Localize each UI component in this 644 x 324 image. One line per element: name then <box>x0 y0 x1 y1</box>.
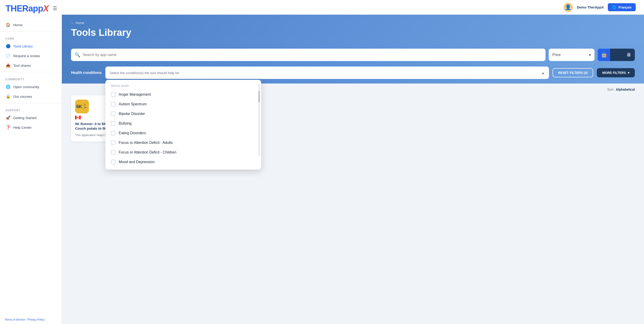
nav-divider-3 <box>0 103 62 103</box>
conditions-dropdown-panel: Mental health Anger Management Autism Sp… <box>106 80 261 170</box>
condition-autism-spectrum[interactable]: Autism Spectrum <box>106 99 261 109</box>
nav-getting-started[interactable]: 🚀 Getting Started <box>0 113 62 122</box>
price-chevron-icon: ▾ <box>589 53 591 57</box>
section-label-support: SUPPORT <box>0 105 62 113</box>
nav-home[interactable]: 🏠 Home <box>0 20 62 30</box>
condition-checkbox-bullying[interactable] <box>111 121 116 126</box>
health-conditions-label: Health conditions <box>71 71 102 75</box>
condition-bipolar-disorder[interactable]: Bipolar Disorder <box>106 109 261 119</box>
sidebar-nav: 🏠 Home CORE 🔵 Tools Library 📄 Request a … <box>0 16 62 315</box>
scrollbar-thumb <box>258 91 260 102</box>
more-filters-chevron-icon: ▾ <box>628 71 629 75</box>
logo-x: X <box>43 4 48 13</box>
getting-started-icon: 🚀 <box>6 115 10 120</box>
sidebar: THERappX ☰ 🏠 Home CORE 🔵 Tools Library 📄… <box>0 0 62 324</box>
condition-focus-adults[interactable]: Focus or Attention Deficit - Adults <box>106 138 261 147</box>
sort-value[interactable]: Alphabetical <box>616 88 635 91</box>
nav-tools-library-label: Tools Library <box>13 44 33 48</box>
section-label-core: CORE <box>0 34 62 41</box>
condition-checkbox-focus-adults[interactable] <box>111 140 116 145</box>
condition-checkbox-mood[interactable] <box>111 160 116 164</box>
condition-label-focus-adults: Focus or Attention Deficit - Adults <box>119 141 173 145</box>
nav-request-review-label: Request a review <box>13 54 40 58</box>
language-button[interactable]: 🌐 Français <box>608 3 636 11</box>
breadcrumb-arrow: ← <box>71 21 74 25</box>
page-title: Tools Library <box>71 27 635 38</box>
avatar: 👤 <box>564 3 573 12</box>
nav-home-label: Home <box>13 23 22 27</box>
nav-help-center[interactable]: ❓ Help Center <box>0 122 62 132</box>
search-row: 🔍 Price ▾ 🤖 🖥 <box>71 49 635 61</box>
svg-rect-2 <box>79 116 81 119</box>
dropdown-section-label: Mental health <box>106 84 261 90</box>
breadcrumb[interactable]: ← Home <box>71 21 635 25</box>
nav-open-community-label: Open community <box>13 85 39 89</box>
condition-label-anger: Anger Management <box>119 92 151 97</box>
price-dropdown[interactable]: Price ▾ <box>549 49 594 61</box>
privacy-link[interactable]: Privacy Policy <box>28 318 45 321</box>
condition-label-bipolar: Bipolar Disorder <box>119 112 145 116</box>
condition-mood-depression[interactable]: Mood and Depression <box>106 157 261 167</box>
sidebar-footer: Terms of Service - Privacy Policy <box>0 315 62 324</box>
nav-getting-started-label: Getting Started <box>13 116 36 120</box>
condition-label-eating: Eating Disorders <box>119 131 146 135</box>
main-content: 👤 Demo TherAppX 🌐 Français ← Home Tools … <box>62 0 644 324</box>
breadcrumb-label: Home <box>76 21 84 25</box>
condition-label-autism: Autism Spectrum <box>119 102 146 106</box>
search-icon: 🔍 <box>75 52 80 58</box>
sidebar-logo-area: THERappX ☰ <box>0 0 62 16</box>
condition-focus-children[interactable]: Focus or Attention Deficit - Children <box>106 147 261 157</box>
conditions-row: Health conditions Select the condition(s… <box>62 67 644 84</box>
topbar: 👤 Demo TherAppX 🌐 Français <box>62 0 644 15</box>
condition-checkbox-eating[interactable] <box>111 131 116 135</box>
web-platform-btn[interactable]: 🖥 <box>622 49 635 61</box>
user-name: Demo TherAppX <box>577 5 604 9</box>
hero-section: ← Home Tools Library <box>62 15 644 45</box>
more-filters-label: MORE FILTERS <box>602 71 626 75</box>
price-label: Price <box>552 53 560 57</box>
platform-buttons: 🤖 🖥 <box>598 49 635 61</box>
condition-anger-management[interactable]: Anger Management <box>106 90 261 99</box>
logo-ther: THER <box>6 4 28 13</box>
our-courses-icon: 🔒 <box>6 94 10 99</box>
condition-label-focus-children: Focus or Attention Deficit - Children <box>119 150 176 154</box>
condition-eating-disorders[interactable]: Eating Disorders <box>106 128 261 138</box>
condition-label-mood: Mood and Depression <box>119 160 155 164</box>
nav-request-review[interactable]: 📄 Request a review <box>0 51 62 61</box>
condition-label-bullying: Bullying <box>119 121 132 125</box>
hamburger-icon[interactable]: ☰ <box>53 6 57 12</box>
tools-library-icon: 🔵 <box>6 44 10 49</box>
reset-filters-label: RESET FILTERS (4) <box>558 71 588 75</box>
search-input[interactable] <box>83 53 542 57</box>
logo: THERappX <box>6 4 48 13</box>
section-label-community: COMMUNITY <box>0 74 62 82</box>
conditions-select[interactable]: Select the condition(s) the tool should … <box>106 67 549 79</box>
filter-bar: 🔍 Price ▾ 🤖 🖥 <box>62 45 644 67</box>
tos-link[interactable]: Terms of Service <box>4 318 25 321</box>
logo-app: app <box>28 4 43 13</box>
svg-text:🍁: 🍁 <box>76 116 80 119</box>
language-label: Français <box>618 6 632 9</box>
ios-platform-btn[interactable] <box>610 49 622 61</box>
scrollbar-track <box>258 84 260 156</box>
condition-checkbox-autism[interactable] <box>111 102 116 106</box>
nav-divider-2 <box>0 72 62 72</box>
more-filters-button[interactable]: MORE FILTERS ▾ <box>597 68 635 77</box>
conditions-select-wrapper: Select the condition(s) the tool should … <box>106 67 549 79</box>
tool-shares-icon: 📤 <box>6 63 10 68</box>
nav-tools-library[interactable]: 🔵 Tools Library <box>0 41 62 51</box>
nav-open-community[interactable]: 🌐 Open community <box>0 82 62 92</box>
language-icon: 🌐 <box>612 5 616 10</box>
nav-tool-shares-label: Tool shares <box>13 64 31 67</box>
nav-our-courses-label: Our courses <box>13 95 32 98</box>
nav-our-courses[interactable]: 🔒 Our courses <box>0 92 62 101</box>
android-platform-btn[interactable]: 🤖 <box>598 49 610 61</box>
condition-checkbox-anger[interactable] <box>111 92 116 97</box>
nav-tool-shares[interactable]: 📤 Tool shares <box>0 61 62 70</box>
reset-filters-button[interactable]: RESET FILTERS (4) <box>552 68 593 77</box>
conditions-placeholder: Select the condition(s) the tool should … <box>110 71 179 75</box>
condition-bullying[interactable]: Bullying <box>106 119 261 128</box>
condition-checkbox-bipolar[interactable] <box>111 111 116 116</box>
condition-checkbox-focus-children[interactable] <box>111 150 116 155</box>
canada-flag: 🍁 <box>75 116 81 119</box>
